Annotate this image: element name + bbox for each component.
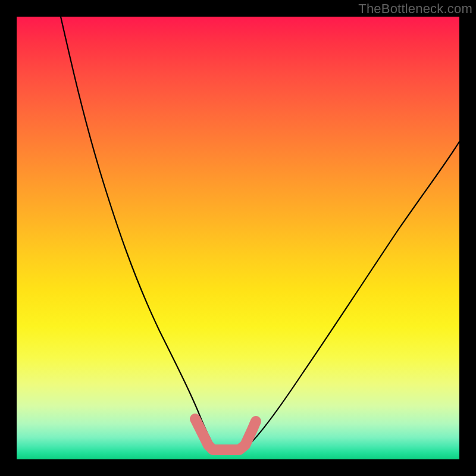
chart-container: TheBottleneck.com <box>0 0 476 476</box>
bottom-mark <box>195 419 256 450</box>
plot-area <box>17 17 459 459</box>
right-curve <box>250 142 459 444</box>
watermark-text: TheBottleneck.com <box>358 1 472 17</box>
left-curve <box>61 17 213 445</box>
curve-layer <box>17 17 459 459</box>
